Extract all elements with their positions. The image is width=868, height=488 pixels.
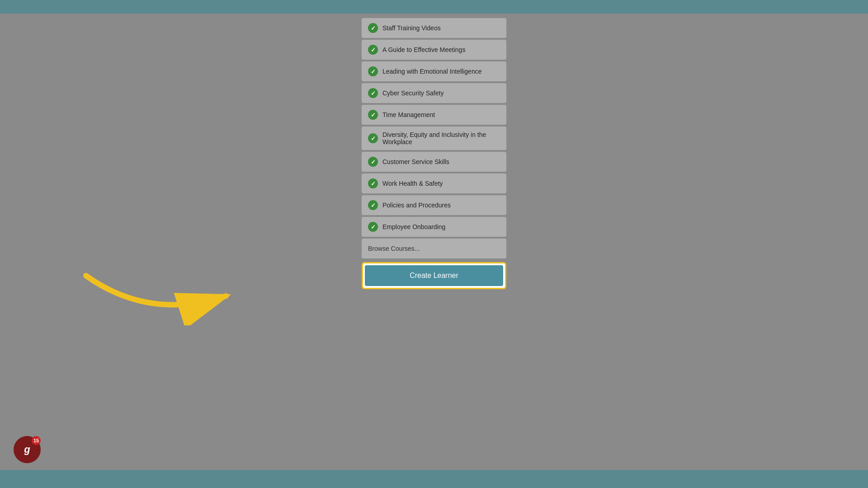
list-item[interactable]: Customer Service Skills [362, 152, 506, 172]
list-item[interactable]: Leading with Emotional Intelligence [362, 61, 506, 81]
check-icon [368, 23, 378, 33]
list-item[interactable]: Cyber Security Safety [362, 83, 506, 103]
top-bar [0, 0, 868, 14]
item-label: Customer Service Skills [382, 158, 449, 165]
bottom-bar [0, 470, 868, 488]
avatar-badge[interactable]: g 15 [14, 436, 41, 463]
browse-label: Browse Courses... [368, 245, 420, 252]
item-label: Policies and Procedures [382, 202, 451, 209]
avatar-letter: g [24, 444, 30, 455]
content-area: Staff Training Videos A Guide to Effecti… [0, 14, 868, 470]
highlight-box: Create Learner [362, 262, 506, 289]
item-label: Staff Training Videos [382, 24, 441, 32]
item-label: Cyber Security Safety [382, 89, 443, 97]
item-label: A Guide to Effective Meetings [382, 46, 465, 53]
check-icon [368, 200, 378, 210]
item-label: Time Management [382, 111, 435, 118]
check-icon [368, 133, 378, 143]
list-item[interactable]: A Guide to Effective Meetings [362, 40, 506, 60]
list-item[interactable]: Staff Training Videos [362, 18, 506, 38]
browse-courses-item[interactable]: Browse Courses... [362, 239, 506, 258]
item-label: Employee Onboarding [382, 223, 445, 230]
check-icon [368, 157, 378, 167]
create-learner-wrapper: Create Learner [362, 262, 506, 289]
create-learner-button[interactable]: Create Learner [365, 265, 503, 286]
list-item[interactable]: Employee Onboarding [362, 217, 506, 237]
list-container: Staff Training Videos A Guide to Effecti… [362, 18, 506, 289]
item-label: Leading with Emotional Intelligence [382, 68, 481, 75]
check-icon [368, 178, 378, 188]
item-label: Work Health & Safety [382, 180, 443, 187]
list-item[interactable]: Policies and Procedures [362, 195, 506, 215]
list-item[interactable]: Time Management [362, 105, 506, 125]
list-item[interactable]: Diversity, Equity and Inclusivity in the… [362, 127, 506, 150]
check-icon [368, 45, 378, 55]
check-icon [368, 222, 378, 232]
check-icon [368, 110, 378, 120]
badge-count: 15 [32, 436, 41, 445]
check-icon [368, 88, 378, 98]
check-icon [368, 66, 378, 76]
list-item[interactable]: Work Health & Safety [362, 174, 506, 193]
item-label: Diversity, Equity and Inclusivity in the… [382, 131, 500, 145]
